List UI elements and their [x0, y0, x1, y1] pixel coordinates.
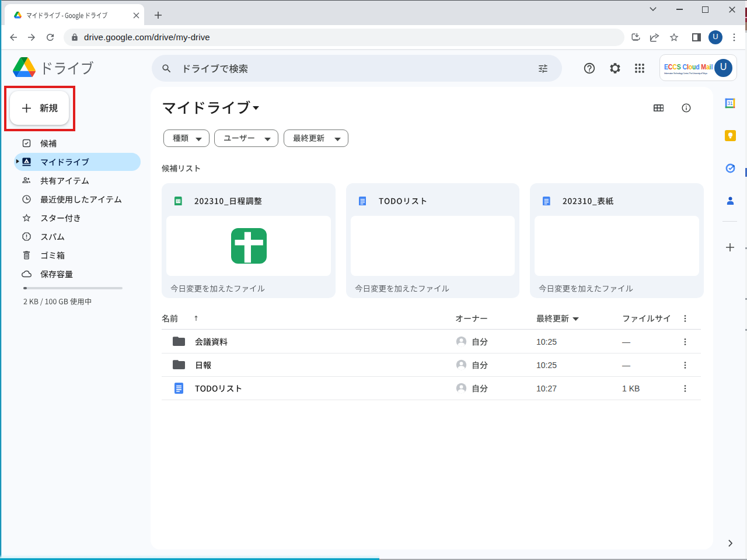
svg-text:Information Technology Center,: Information Technology Center, The Unive…: [664, 72, 708, 75]
svg-text:31: 31: [727, 101, 733, 106]
